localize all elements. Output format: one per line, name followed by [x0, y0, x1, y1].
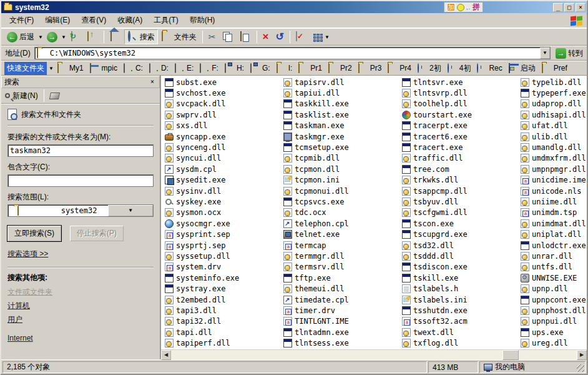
file-item[interactable]: termcap	[283, 240, 402, 251]
file-item[interactable]: tcpmonui.dll	[283, 186, 402, 196]
quick-link-item[interactable]: My1	[55, 63, 86, 73]
forward-button[interactable]: →	[44, 29, 61, 44]
back-button[interactable]: ← 后退	[4, 29, 37, 44]
file-item[interactable]: subst.exe	[165, 77, 283, 88]
quick-link-item[interactable]: H:	[222, 63, 247, 73]
file-item[interactable]: twext.dll	[402, 327, 521, 338]
up-button[interactable]	[84, 29, 101, 44]
file-item[interactable]: telephon.cpl	[283, 218, 402, 229]
file-item[interactable]: sxs.dll	[165, 121, 283, 131]
scroll-right-arrow[interactable]: ▶	[577, 350, 587, 360]
file-item[interactable]: tcpmon.ini	[283, 175, 402, 186]
file-item[interactable]: untfs.dll	[521, 262, 587, 272]
file-item[interactable]: synceng.dll	[165, 142, 283, 152]
file-item[interactable]: tracerpt.exe	[402, 121, 521, 131]
file-item[interactable]: sysprtj.sep	[165, 240, 283, 251]
file-item[interactable]: system.drv	[165, 262, 283, 272]
menu-item[interactable]: 工具(T)	[148, 14, 184, 26]
file-item[interactable]: sysprint.sep	[165, 229, 283, 239]
file-item[interactable]: termsrv.dll	[283, 262, 402, 272]
quick-link-item[interactable]: Rec	[474, 63, 504, 73]
file-item[interactable]: timedate.cpl	[283, 294, 402, 305]
file-item[interactable]: tscfgwmi.dll	[402, 208, 521, 218]
properties-button[interactable]	[293, 29, 310, 44]
file-item[interactable]: unimdm.tsp	[521, 208, 587, 218]
address-dropdown[interactable]: ▼	[540, 48, 550, 59]
file-item[interactable]: syncui.dll	[165, 153, 283, 164]
forward-dropdown[interactable]: ▼	[61, 34, 66, 40]
menu-item[interactable]: 帮助(H)	[184, 14, 221, 26]
home-button[interactable]	[107, 29, 124, 44]
file-item[interactable]: tscon.exe	[402, 218, 521, 229]
refresh-button[interactable]	[67, 29, 84, 44]
file-item[interactable]: tapi.dll	[165, 327, 283, 338]
file-item[interactable]: uniime.dll	[521, 196, 587, 207]
ime-mode-icon[interactable]: 加	[447, 3, 455, 11]
search-other-link[interactable]: Internet	[7, 334, 154, 342]
file-item[interactable]: tlntadmn.exe	[283, 327, 402, 338]
ime-shape-icon[interactable]	[457, 4, 464, 11]
quick-link-item[interactable]: D:	[147, 63, 171, 73]
file-item[interactable]: umdmxfrm.dll	[521, 153, 587, 164]
file-item[interactable]: ufat.dll	[521, 121, 587, 131]
paste-button[interactable]	[237, 29, 254, 44]
quick-link-item[interactable]: G:	[248, 63, 273, 73]
file-item[interactable]: telnet.exe	[283, 229, 402, 239]
help-book-icon[interactable]	[49, 92, 60, 99]
cut-button[interactable]: ✂	[205, 29, 219, 44]
delete-button[interactable]: ×	[260, 29, 272, 44]
file-item[interactable]: tree.com	[402, 164, 521, 174]
file-item[interactable]: trkwks.dll	[402, 175, 521, 186]
file-item[interactable]: sysedit.exe	[165, 175, 283, 186]
file-item[interactable]: swprv.dll	[165, 109, 283, 120]
chevron-down-icon[interactable]: ▼	[49, 66, 54, 71]
horizontal-scrollbar[interactable]: ◀ ▶	[161, 349, 587, 359]
menu-item[interactable]: 编辑(E)	[39, 14, 76, 26]
close-button[interactable]: ×	[576, 3, 586, 12]
search-other-link[interactable]: 用户	[7, 314, 154, 325]
file-item[interactable]: tsddd.dll	[402, 251, 521, 261]
resize-grip[interactable]	[577, 364, 584, 372]
file-item[interactable]: udhisapi.dll	[521, 109, 587, 120]
menu-item[interactable]: 查看(V)	[76, 14, 112, 26]
file-item[interactable]: tsd32.dll	[402, 240, 521, 251]
file-item[interactable]: unrar.dll	[521, 251, 587, 261]
quick-link-item[interactable]: C:	[121, 63, 145, 73]
file-item[interactable]: traffic.dll	[402, 153, 521, 164]
maximize-button[interactable]: □	[564, 3, 574, 12]
file-item[interactable]: typelib.dll	[521, 77, 587, 88]
look-in-combo[interactable]: system32 ▼	[7, 204, 154, 217]
file-item[interactable]: systray.exe	[165, 283, 283, 294]
file-item[interactable]: taskman.exe	[283, 121, 402, 131]
folders-button[interactable]: 文件夹	[159, 29, 200, 44]
file-item[interactable]: svcpack.dll	[165, 99, 283, 109]
new-search-button[interactable]: 新建(N)	[5, 91, 38, 101]
minimize-button[interactable]: _	[553, 3, 563, 12]
file-item[interactable]: tlntsess.exe	[283, 338, 402, 348]
file-item[interactable]: tssoft32.acm	[402, 316, 521, 327]
views-button[interactable]: ▼	[310, 29, 333, 44]
file-item[interactable]: txflog.dll	[402, 338, 521, 348]
search-options-link[interactable]: 搜索选项 >>	[7, 249, 48, 259]
file-item[interactable]: unicode.nls	[521, 186, 587, 196]
file-item[interactable]: umpnpmgr.dll	[521, 164, 587, 174]
file-item[interactable]: unicdime.ime	[521, 175, 587, 186]
menu-item[interactable]: 文件(F)	[4, 14, 39, 26]
file-item[interactable]: tcpmon.dll	[283, 164, 402, 174]
look-in-dropdown[interactable]: ▼	[108, 205, 153, 216]
file-item[interactable]: syssetup.dll	[165, 251, 283, 261]
quick-link-item[interactable]: E:	[172, 63, 196, 73]
file-item[interactable]: typeperf.exe	[521, 88, 587, 98]
file-item[interactable]: toolhelp.dll	[402, 99, 521, 109]
file-item[interactable]: sysinv.dll	[165, 186, 283, 196]
file-item[interactable]: TINTLGNT.IME	[283, 316, 402, 327]
back-dropdown[interactable]: ▼	[38, 34, 43, 40]
file-item[interactable]: tapi3.dll	[165, 305, 283, 316]
file-item[interactable]: uniplat.dll	[521, 229, 587, 239]
file-item[interactable]: tslabels.h	[402, 283, 521, 294]
file-item[interactable]: tcmsetup.exe	[283, 142, 402, 152]
file-item[interactable]: umandlg.dll	[521, 142, 587, 152]
file-item[interactable]: upnpcont.exe	[521, 294, 587, 305]
file-item[interactable]: themeui.dll	[283, 283, 402, 294]
file-item[interactable]: tsshutdn.exe	[402, 305, 521, 316]
